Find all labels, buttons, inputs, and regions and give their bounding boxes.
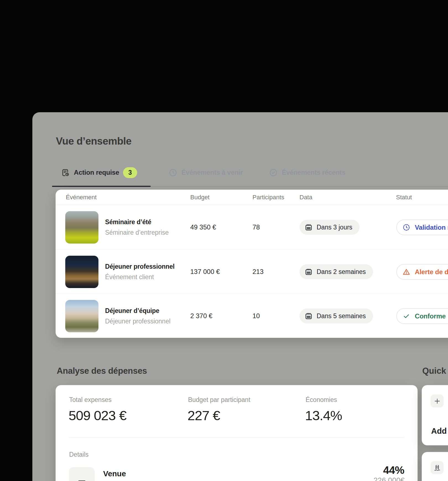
table-row[interactable]: Déjeuner professionnel Événement client … — [56, 249, 448, 294]
history-clock-icon — [168, 168, 178, 177]
participants-value: 10 — [252, 312, 260, 320]
event-title: Déjeuner professionnel — [105, 263, 174, 270]
status-label: Validation requise — [415, 224, 448, 231]
stat-label-total: Total expenses — [69, 396, 111, 404]
divider — [69, 438, 404, 438]
detail-row-percent: 44% — [383, 464, 404, 476]
stat-value-per-participant: 227 € — [187, 408, 220, 423]
date-chip-label: Dans 3 jours — [317, 224, 352, 231]
event-thumbnail — [65, 211, 98, 244]
venue-icon-tile — [69, 467, 95, 481]
date-chip: Dans 3 jours — [299, 220, 360, 235]
events-table: Événement Budget Participants Data Statu… — [56, 190, 448, 338]
column-header-budget: Budget — [190, 190, 210, 205]
expenses-card: Total expenses Budget par participant Éc… — [56, 385, 418, 481]
budget-value: 137 000 € — [190, 268, 220, 276]
tab-evenements-a-venir[interactable]: Événements à venir — [168, 166, 243, 179]
add-event-label: Add event — [431, 427, 448, 436]
event-thumbnail — [65, 256, 98, 288]
stat-label-savings: Économies — [306, 396, 337, 404]
stat-value-total: 509 023 € — [69, 408, 126, 423]
venue-building-icon — [77, 479, 87, 481]
calendar-icon — [304, 312, 313, 320]
calendar-icon — [304, 268, 313, 276]
quick-actions-title: Quick actions — [422, 366, 448, 376]
tab-label: Événements à venir — [181, 169, 243, 176]
status-label: Alerte de dépassement — [415, 268, 448, 276]
event-subtitle: Événement client — [105, 273, 154, 281]
date-chip-label: Dans 2 semaines — [317, 268, 366, 276]
column-header-participants: Participants — [252, 190, 284, 205]
pending-clock-icon — [402, 223, 410, 231]
tab-action-requise[interactable]: Action requise 3 — [61, 166, 137, 179]
plus-icon-tile — [431, 394, 444, 407]
check-icon — [402, 312, 410, 320]
stat-value-savings: 13.4% — [305, 408, 342, 423]
status-label: Conforme — [415, 312, 446, 320]
column-header-data: Data — [299, 190, 312, 205]
date-chip: Dans 2 semaines — [299, 264, 373, 279]
plus-icon — [433, 397, 441, 405]
detail-row-amount: 226 000€ — [373, 476, 405, 481]
tab-label: Action requise — [74, 169, 119, 176]
status-badge: Conforme — [396, 308, 448, 324]
tab-count-badge: 3 — [123, 167, 137, 178]
table-row[interactable]: Déjeuner d’équipe Déjeuner professionnel… — [56, 294, 448, 338]
column-header-statut: Statut — [396, 190, 412, 205]
event-title: Séminaire d’été — [105, 218, 151, 226]
page-title: Vue d’ensemble — [56, 135, 131, 147]
detail-row-name: Venue — [103, 469, 126, 478]
table-header: Événement Budget Participants Data Statu… — [56, 190, 448, 205]
screen: Vue d’ensemble Action requise 3 Événemen… — [0, 0, 448, 481]
quick-add-event-card[interactable]: Add event — [422, 385, 448, 445]
participants-value: 213 — [252, 268, 264, 276]
event-subtitle: Déjeuner professionnel — [105, 318, 171, 325]
pool-icon-tile — [431, 461, 444, 474]
event-thumbnail — [65, 300, 98, 332]
alert-triangle-icon — [402, 268, 410, 276]
column-header-evenement: Événement — [66, 190, 97, 205]
event-subtitle: Séminaire d’entreprise — [105, 229, 169, 236]
stat-label-per-participant: Budget par participant — [188, 396, 250, 404]
status-badge: Alerte de dépassement — [396, 264, 448, 280]
calendar-icon — [304, 223, 313, 231]
budget-value: 2 370 € — [190, 312, 212, 320]
tab-evenements-recents[interactable]: Événements récents — [269, 166, 345, 179]
date-chip: Dans 5 semaines — [299, 309, 373, 323]
expenses-section-title: Analyse des dépenses — [57, 366, 147, 376]
date-chip-label: Dans 5 semaines — [317, 312, 366, 320]
active-tab-indicator — [52, 186, 151, 187]
event-title: Déjeuner d’équipe — [105, 307, 159, 315]
pool-ladder-icon — [433, 464, 441, 472]
check-circle-icon — [269, 168, 278, 177]
quick-pool-card[interactable] — [422, 452, 448, 481]
tab-label: Événements récents — [282, 169, 345, 176]
table-row[interactable]: Séminaire d’été Séminaire d’entreprise 4… — [56, 205, 448, 249]
participants-value: 78 — [252, 223, 260, 231]
document-clock-icon — [61, 168, 70, 177]
details-label: Details — [69, 451, 88, 458]
status-badge: Validation requise — [396, 219, 448, 235]
budget-value: 49 350 € — [190, 223, 216, 231]
